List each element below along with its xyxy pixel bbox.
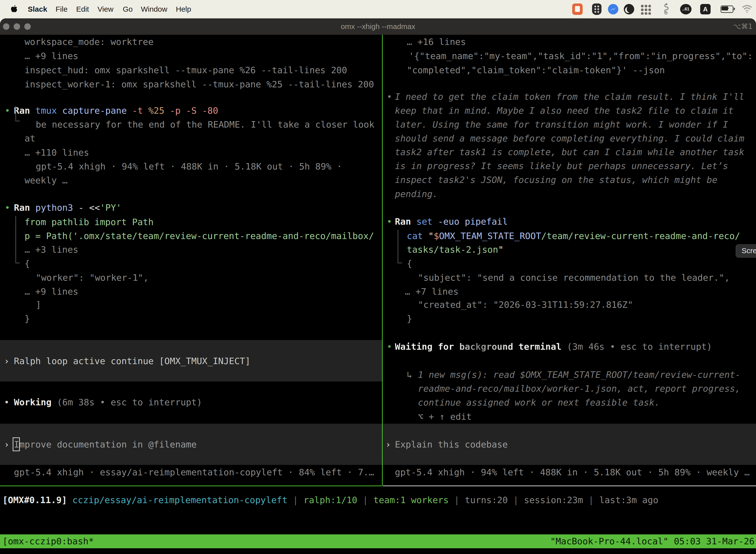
battery-charging-icon[interactable] — [720, 5, 734, 13]
screen-recording-indicator-icon[interactable] — [572, 3, 583, 15]
bullet-icon: • — [387, 340, 392, 354]
tmux-session-name: [omx-cczip0:bash* — [2, 535, 94, 548]
terminal-body: workspace_mode: worktree … +9 lines insp… — [0, 35, 756, 554]
menu-edit[interactable]: Edit — [76, 0, 89, 18]
mailbox-message-line: continue assigned work or next feasible … — [418, 395, 660, 409]
prompt-input-placeholder[interactable]: Improve documentation in @filename — [14, 437, 197, 451]
command-cat-task: cat "$OMX_TEAM_STATE_ROOT/team/review-cu… — [407, 229, 740, 243]
working-status: Working (6m 38s • esc to interrupt) — [14, 395, 202, 409]
menu-help[interactable]: Help — [176, 0, 191, 18]
ralph-loop-notice: Ralph loop active continue [OMX_TMUX_INJ… — [14, 354, 251, 368]
output-line: be necessary for the end of the README. … — [36, 117, 374, 131]
menu-window[interactable]: Window — [141, 0, 168, 18]
log-line: "completed","claim_token":"claim-token"}… — [407, 63, 665, 77]
right-model-status-line: gpt-5.4 xhigh · 94% left · 488K in · 5.1… — [395, 465, 750, 479]
output-line: … +9 lines — [24, 284, 78, 298]
tree-connector — [397, 263, 402, 263]
output-line: … +110 lines — [24, 146, 89, 160]
output-line: "created_at": "2026-03-31T11:59:27.816Z" — [418, 297, 633, 312]
menu-app-name[interactable]: Slack — [28, 0, 47, 18]
screen-indicator-overlay[interactable]: Scre — [736, 244, 756, 258]
output-line: } — [24, 312, 30, 326]
mailbox-message-line: 1 new msg(s): read $OMX_TEAM_STATE_ROOT/… — [418, 368, 740, 382]
bullet-icon: • — [387, 214, 392, 229]
left-pane-hud[interactable]: workspace_mode: worktree … +9 lines insp… — [0, 35, 382, 486]
menu-file[interactable]: File — [56, 0, 67, 18]
thinking-line: is in progress? It seems likely but perh… — [395, 159, 728, 173]
code-line: from pathlib import Path — [24, 215, 153, 229]
output-line: … +7 lines — [405, 284, 459, 298]
command-cat-task-cont: tasks/task-2.json" — [407, 242, 504, 257]
code-line: p = Path('.omx/state/team/review-current… — [24, 229, 374, 243]
mailbox-message-line: readme-and-reco/mailbox/worker-1.json, a… — [418, 382, 740, 396]
right-pane-worker[interactable]: … +16 lines '{"team_name":"my-team","tas… — [383, 35, 756, 486]
pane-divider[interactable] — [382, 35, 383, 486]
edit-shortcut-hint: ⌥ + ↑ edit — [418, 409, 472, 424]
bullet-icon: • — [5, 104, 10, 118]
output-line: "subject": "send a concise recommendatio… — [418, 271, 730, 285]
shield-grid-icon[interactable] — [592, 3, 602, 15]
output-line: { — [24, 257, 30, 271]
battery-percent-badge[interactable]: ..61 — [680, 4, 692, 14]
log-line: workspace_mode: worktree — [24, 35, 153, 49]
log-line: inspect_worker-1: omx sparkshell --tmux-… — [24, 77, 374, 91]
menu-go[interactable]: Go — [123, 0, 133, 18]
tmux-host-clock: "MacBook-Pro-44.local" 05:03 31-Mar-26 — [550, 535, 755, 548]
right-pane-border — [383, 486, 756, 486]
wifi-icon[interactable] — [742, 4, 753, 14]
thinking-line: keep that in mind. Maybe I also need the… — [395, 104, 734, 118]
bullet-icon: • — [5, 201, 10, 215]
apple-icon[interactable] — [10, 4, 18, 14]
output-line: } — [407, 312, 412, 326]
msg-arrow-icon: ↳ — [407, 368, 412, 382]
command-set-pipefail: Ran set -euo pipefail — [395, 214, 508, 229]
menu-bar: Slack File Edit View Go Window Help ..61… — [0, 0, 756, 18]
prompt-input-placeholder[interactable]: Explain this codebase — [395, 437, 508, 451]
terminal-cursor — [13, 437, 20, 451]
dark-mode-moon-icon[interactable] — [624, 4, 634, 14]
dots-grid-icon[interactable] — [640, 4, 651, 15]
thinking-line: pending. — [395, 187, 438, 201]
menu-view[interactable]: View — [98, 0, 113, 18]
chevron-prompt-icon: › — [4, 437, 9, 451]
tree-connector — [397, 230, 398, 263]
terminal-window: omx --xhigh --madmax ⌥⌘1 workspace_mode:… — [0, 18, 756, 554]
command-python3: Ran python3 - <<'PY' — [14, 201, 122, 215]
messenger-icon[interactable] — [608, 4, 618, 14]
keyboard-input-icon[interactable]: A — [700, 4, 711, 14]
tree-connector — [15, 263, 20, 263]
output-line: { — [407, 257, 412, 271]
thinking-line: task2 after task1 is complete, but can I… — [395, 145, 744, 159]
output-line: … +3 lines — [24, 242, 78, 257]
bullet-icon: • — [4, 395, 9, 409]
chevron-prompt-icon: › — [4, 354, 9, 368]
left-pane-border — [0, 486, 382, 486]
left-model-status-line: gpt-5.4 xhigh · essay/ai-reimplementatio… — [14, 465, 374, 479]
output-line: ] — [36, 297, 41, 312]
log-line: inspect_hud: omx sparkshell --tmux-pane … — [24, 63, 347, 77]
thinking-line: should send a message before completing … — [395, 131, 744, 146]
output-line: "worker": "worker-1", — [36, 271, 148, 285]
window-title-bar: omx --xhigh --madmax ⌥⌘1 — [0, 18, 756, 35]
output-line: at — [24, 131, 35, 146]
thinking-line: I need to get the claim token from the c… — [395, 90, 744, 104]
bullet-icon: • — [387, 90, 392, 104]
log-line: '{"team_name":"my-team","task_id":"1","f… — [409, 49, 753, 63]
tree-connector — [15, 106, 16, 121]
command-tmux-capture: Ran tmux capture-pane -t %25 -p -S -80 — [14, 104, 218, 118]
waiting-status: Waiting for background terminal (3m 46s … — [395, 340, 712, 354]
window-shortcut-hint: ⌥⌘1 — [733, 18, 753, 35]
log-line: … +9 lines — [24, 49, 78, 63]
tmux-status-bar: [omx-cczip0:bash* "MacBook-Pro-44.local"… — [0, 535, 756, 548]
tree-connector — [15, 121, 20, 121]
thinking-line: later. Using the same for transition mig… — [395, 117, 728, 131]
chevron-prompt-icon: › — [385, 437, 391, 451]
thinking-line: inspect task2's JSON, focusing on the st… — [395, 173, 717, 187]
output-line: gpt-5.4 xhigh · 94% left · 488K in · 5.1… — [36, 159, 342, 173]
screen: Slack File Edit View Go Window Help ..61… — [0, 0, 756, 554]
log-line: … +16 lines — [407, 35, 466, 49]
hook-squiggle-icon[interactable] — [661, 3, 670, 16]
tree-connector — [15, 216, 16, 263]
output-line: weekly … — [24, 173, 67, 187]
omx-session-status-line: [OMX#0.11.9] cczip/essay/ai-reimplementa… — [2, 493, 658, 507]
